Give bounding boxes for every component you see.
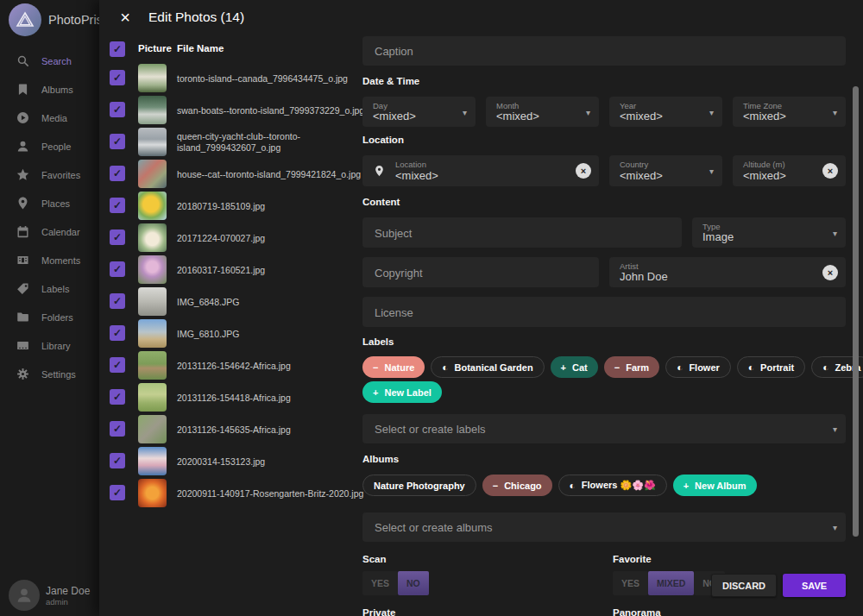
type-select[interactable]: Type Image ▾ [692,217,846,248]
location-input[interactable]: Location <mixed> × [362,155,599,186]
photo-thumbnail[interactable] [138,447,167,475]
photo-checkbox[interactable] [110,102,125,117]
day-select[interactable]: Day <mixed> ▾ [362,97,476,127]
copyright-input[interactable]: Copyright [362,257,599,287]
clear-location-icon[interactable]: × [576,163,591,179]
caption-input[interactable]: Caption [362,36,846,66]
sidebar-nav: Search Albums Media People Favorites Pla… [0,47,99,388]
table-row: swan-boats--toronto-island_7999373229_o.… [99,94,362,126]
type-value: Image [702,230,734,243]
chevron-down-icon[interactable]: ▾ [833,228,837,237]
photo-checkbox[interactable] [110,421,125,437]
photo-thumbnail[interactable] [138,192,167,220]
sidebar-item-moments[interactable]: Moments [0,246,99,274]
photo-checkbox[interactable] [110,198,125,213]
timezone-select[interactable]: Time Zone <mixed> ▾ [733,97,846,127]
photo-checkbox[interactable] [110,453,125,468]
albums-select-input[interactable]: Select or create albums ▾ [362,512,846,542]
license-input[interactable]: License [362,297,846,327]
label-chip-nature[interactable]: − Nature [362,356,425,378]
photo-checkbox[interactable] [110,261,125,277]
favorite-option-yes[interactable]: YES [613,571,648,595]
chevron-down-icon[interactable]: ▾ [463,107,467,116]
chevron-down-icon[interactable]: ▾ [833,424,837,434]
scan-option-no[interactable]: NO [398,571,429,595]
month-select[interactable]: Month <mixed> ▾ [486,97,599,127]
sidebar-item-library[interactable]: Library [0,331,99,360]
favorite-option-mixed[interactable]: MIXED [648,571,694,595]
album-chip-flowers[interactable]: ◐ Flowers 🌼🌸🌺 [558,475,667,496]
photo-thumbnail[interactable] [138,223,167,252]
subject-input[interactable]: Subject [362,217,682,248]
bookmark-icon [16,82,30,97]
year-select[interactable]: Year <mixed> ▾ [609,97,722,127]
sidebar-item-calendar[interactable]: Calendar [0,217,99,246]
action-chip-new-label[interactable]: + New Label [362,381,442,403]
country-select[interactable]: Country <mixed> ▾ [609,155,722,186]
chevron-down-icon[interactable]: ▾ [833,107,837,116]
subject-placeholder: Subject [375,226,412,239]
photo-checkbox[interactable] [110,485,125,500]
chevron-down-icon[interactable]: ▾ [709,107,714,116]
photo-checkbox[interactable] [110,166,125,181]
app-logo[interactable]: PhotoPrism [9,3,113,36]
chevron-down-icon[interactable]: ▾ [586,107,590,116]
photo-thumbnail[interactable] [138,479,167,507]
album-chip-new-album[interactable]: + New Album [673,475,757,496]
clear-artist-icon[interactable]: × [822,265,838,280]
scrollbar-thumb[interactable] [853,86,859,537]
sidebar-item-labels[interactable]: Labels [0,274,99,303]
timezone-value: <mixed> [743,110,786,123]
photo-thumbnail[interactable] [138,383,167,412]
label-chip-farm[interactable]: − Farm [604,356,659,378]
sidebar-item-media[interactable]: Media [0,104,99,132]
photo-checkbox[interactable] [110,70,125,85]
chevron-down-icon[interactable]: ▾ [833,523,837,532]
sidebar-item-albums[interactable]: Albums [0,75,99,104]
label-chip-portrait[interactable]: ◐ Portrait [737,356,805,378]
label-chip-flower[interactable]: ◐ Flower [665,356,731,378]
photo-checkbox[interactable] [110,325,125,341]
scan-option-yes[interactable]: YES [362,571,398,595]
photo-thumbnail[interactable] [138,160,167,188]
day-value: <mixed> [373,110,416,123]
sidebar-item-favorites[interactable]: Favorites [0,160,99,189]
discard-button[interactable]: DISCARD [711,574,777,597]
photo-thumbnail[interactable] [138,128,167,156]
sidebar-item-folders[interactable]: Folders [0,303,99,331]
user-account[interactable]: Jane Doe admin [9,580,90,611]
photo-checkbox[interactable] [110,134,125,149]
photo-checkbox[interactable] [110,293,125,309]
close-icon[interactable]: × [115,7,135,28]
chevron-down-icon[interactable]: ▾ [709,167,714,176]
album-chip-nature-photography[interactable]: Nature Photography [362,475,476,496]
altitude-input[interactable]: Altitude (m) <mixed> × [733,155,846,186]
labels-select-placeholder: Select or create labels [375,423,486,436]
sidebar-item-places[interactable]: Places [0,189,99,217]
labels-select-input[interactable]: Select or create labels ▾ [362,414,846,443]
photo-filename: IMG_6810.JPG [177,328,365,339]
label-chip-botanical-garden[interactable]: ◐ Botanical Garden [431,356,544,378]
table-row: 20131126-154642-Africa.jpg [99,349,362,381]
sidebar-item-search[interactable]: Search [0,47,99,75]
photo-checkbox[interactable] [110,357,125,373]
sidebar-item-people[interactable]: People [0,132,99,160]
select-all-checkbox[interactable] [110,41,125,57]
photo-checkbox[interactable] [110,229,125,245]
photo-thumbnail[interactable] [138,96,167,124]
album-chip-chicago[interactable]: − Chicago [482,475,552,496]
artist-input[interactable]: Artist John Doe × [609,257,846,287]
photo-thumbnail[interactable] [138,319,167,348]
save-button[interactable]: SAVE [783,574,846,597]
sidebar-item-settings[interactable]: Settings [0,360,99,388]
photo-thumbnail[interactable] [138,255,167,284]
label-chip-cat[interactable]: + Cat [551,356,598,378]
photo-thumbnail[interactable] [138,415,167,443]
photo-thumbnail[interactable] [138,64,167,92]
photo-thumbnail[interactable] [138,351,167,380]
clear-altitude-icon[interactable]: × [822,163,838,179]
photo-filename: house--cat--toronto-island_7999421824_o.… [177,168,365,179]
photo-thumbnail[interactable] [138,287,167,316]
section-location: Location [362,135,404,145]
photo-checkbox[interactable] [110,389,125,405]
